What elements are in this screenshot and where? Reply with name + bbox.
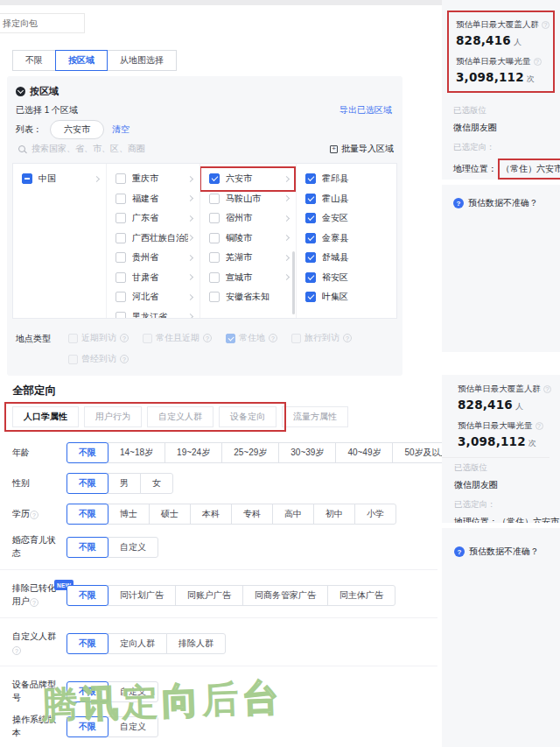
selected-region-pill[interactable]: 六安市 <box>50 120 104 139</box>
checkbox-icon[interactable] <box>116 292 126 302</box>
checkbox-icon[interactable] <box>209 272 220 283</box>
checkbox-icon[interactable] <box>116 312 126 318</box>
estimate-faq-link[interactable]: 预估数据不准确？ <box>453 197 555 209</box>
checkbox-icon[interactable] <box>305 233 316 243</box>
option-button[interactable]: 定向人群 <box>108 633 167 654</box>
chevron-right-icon[interactable] <box>284 176 290 182</box>
option-button[interactable]: 同商务管家广告 <box>242 585 328 606</box>
geo-item-city[interactable]: 六安市 <box>200 169 296 189</box>
option-button[interactable]: 19~24岁 <box>164 442 222 463</box>
option-button[interactable]: 不限 <box>66 504 108 525</box>
chevron-right-icon[interactable] <box>187 176 193 182</box>
tab-item[interactable]: 用户行为 <box>84 406 142 427</box>
geo-item-province[interactable]: 福建省 <box>107 189 200 209</box>
geo-item-district[interactable]: 霍山县 <box>297 189 396 209</box>
checkbox-icon[interactable] <box>305 272 316 283</box>
geo-item-province[interactable]: 甘肃省 <box>107 268 200 288</box>
option-button[interactable]: 小学 <box>354 504 396 525</box>
export-selected-regions-link[interactable]: 导出已选区域 <box>340 104 392 116</box>
checkbox-icon[interactable] <box>209 213 220 223</box>
chevron-right-icon[interactable] <box>284 274 290 280</box>
checkbox-icon[interactable] <box>209 252 220 263</box>
geo-item-district[interactable]: 金寨县 <box>297 229 396 249</box>
geo-item-district[interactable]: 霍邱县 <box>297 169 396 189</box>
option-button[interactable]: 高中 <box>272 504 314 525</box>
option-button[interactable]: 不限 <box>66 537 108 558</box>
geo-item-city[interactable]: 芜湖市 <box>200 248 296 268</box>
geo-item-city[interactable]: 安徽省未知 <box>200 287 296 307</box>
geo-item-city[interactable]: 宿州市 <box>200 208 296 229</box>
checkbox-icon[interactable] <box>305 213 316 223</box>
estimate-faq-link[interactable]: 预估数据不准确？ <box>454 546 555 558</box>
chevron-right-icon[interactable] <box>187 314 193 318</box>
option-button[interactable]: 专科 <box>231 504 273 525</box>
checkbox-icon[interactable] <box>209 233 220 243</box>
geo-mode-button[interactable]: 不限 <box>12 50 56 71</box>
geo-item-city[interactable]: 马鞍山市 <box>200 189 296 209</box>
checkbox-icon[interactable] <box>209 173 220 184</box>
chevron-right-icon[interactable] <box>284 255 290 261</box>
geo-item-district[interactable]: 舒城县 <box>297 248 396 268</box>
clear-link[interactable]: 清空 <box>112 123 130 136</box>
option-button[interactable]: 不限 <box>66 585 108 606</box>
option-button[interactable]: 不限 <box>66 633 108 654</box>
option-button[interactable]: 男 <box>108 473 141 494</box>
geo-item-district[interactable]: 金安区 <box>297 208 396 229</box>
option-button[interactable]: 博士 <box>108 504 150 525</box>
checkbox-icon[interactable] <box>305 252 316 263</box>
option-button[interactable]: 自定义 <box>108 716 158 737</box>
chevron-right-icon[interactable] <box>187 235 193 241</box>
option-button[interactable]: 同主体广告 <box>327 585 396 606</box>
checkbox-icon[interactable] <box>22 173 32 184</box>
geo-item-city[interactable]: 铜陵市 <box>200 229 296 249</box>
checkbox-icon[interactable] <box>116 233 126 243</box>
geo-mode-button[interactable]: 从地图选择 <box>107 50 177 71</box>
checkbox-icon[interactable] <box>116 252 126 263</box>
checkbox-icon[interactable] <box>305 292 316 302</box>
tab-active[interactable]: 人口学属性 <box>12 406 79 427</box>
chevron-right-icon[interactable] <box>284 195 290 201</box>
option-button[interactable]: 不限 <box>66 442 108 463</box>
option-button[interactable]: 排除人群 <box>166 633 226 654</box>
chevron-right-icon[interactable] <box>187 255 193 261</box>
checkbox-icon[interactable] <box>209 194 220 204</box>
option-button[interactable]: 女 <box>140 473 173 494</box>
option-button[interactable]: 14~18岁 <box>108 442 165 463</box>
option-button[interactable]: 硕士 <box>149 504 191 525</box>
chevron-right-icon[interactable] <box>187 195 193 201</box>
checkbox-icon[interactable] <box>116 272 126 283</box>
option-button[interactable]: 25~29岁 <box>221 442 279 463</box>
geo-item-country[interactable]: 中国 <box>13 169 106 189</box>
geo-item-province[interactable]: 广东省 <box>107 208 200 229</box>
option-button[interactable]: 自定义 <box>108 537 158 558</box>
collapse-icon[interactable] <box>16 87 25 96</box>
option-button[interactable]: 本科 <box>190 504 232 525</box>
tab-item[interactable]: 自定义人群 <box>147 406 214 427</box>
checkbox-icon[interactable] <box>116 194 126 204</box>
checkbox-icon[interactable] <box>209 292 220 302</box>
chevron-right-icon[interactable] <box>187 274 193 280</box>
geo-item-province[interactable]: 黑龙江省 <box>107 307 200 319</box>
tab-item[interactable]: 设备定向 <box>219 406 276 427</box>
chevron-right-icon[interactable] <box>94 176 100 182</box>
option-button[interactable]: 不限 <box>66 716 108 737</box>
chevron-right-icon[interactable] <box>284 215 290 222</box>
option-button[interactable]: 40~49岁 <box>335 442 393 463</box>
geo-item-province[interactable]: 河北省 <box>107 287 200 307</box>
batch-import-button[interactable]: 批量导入区域 <box>330 143 394 155</box>
option-button[interactable]: 不限 <box>66 681 108 702</box>
chevron-right-icon[interactable] <box>187 215 193 222</box>
chevron-right-icon[interactable] <box>284 235 290 241</box>
geo-item-city[interactable]: 宣城市 <box>200 268 296 288</box>
targeting-package-tab[interactable]: 择定向包 <box>0 13 85 33</box>
geo-item-district[interactable]: 叶集区 <box>297 287 396 307</box>
checkbox-icon[interactable] <box>305 194 316 204</box>
option-button[interactable]: 自定义 <box>108 681 158 702</box>
geo-item-province[interactable]: 广西壮族自治区 <box>107 229 200 249</box>
geo-item-province[interactable]: 贵州省 <box>107 248 200 268</box>
tab-item[interactable]: 流量方属性 <box>282 406 348 427</box>
option-button[interactable]: 30~39岁 <box>278 442 336 463</box>
option-button[interactable]: 不限 <box>66 473 108 494</box>
option-button[interactable]: 同账户广告 <box>175 585 243 606</box>
option-button[interactable]: 初中 <box>313 504 355 525</box>
